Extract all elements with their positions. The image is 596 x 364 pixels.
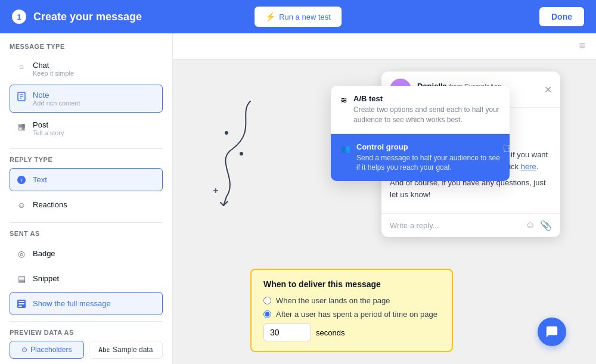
delivery-option-lands: When the user lands on the page (263, 296, 440, 305)
svg-text:T: T (20, 178, 23, 183)
cursor-hand: ☞ (502, 140, 510, 157)
sample-data-button[interactable]: Abc Sample data (89, 341, 163, 359)
note-sublabel: Add rich content (33, 99, 80, 107)
text-reply-icon: T (16, 175, 27, 185)
svg-rect-8 (18, 303, 24, 304)
full-message-icon (16, 298, 27, 309)
control-group-desc: Send a message to half your audience to … (356, 153, 500, 173)
page-title: Create your message (33, 11, 142, 23)
delivery-seconds-row: seconds (263, 323, 440, 341)
chat-input-placeholder[interactable]: Write a reply... (390, 221, 439, 230)
content-area: ≡ D (173, 33, 596, 364)
step-badge: 1 (12, 10, 26, 24)
chat-icon: ○ (16, 61, 27, 72)
sent-as-label: Sent as (10, 230, 163, 237)
squiggle-decoration (203, 95, 274, 214)
canvas-area: D Danielle from ExampleApp Active ✕ Hi t… (173, 60, 596, 364)
snippet-icon: ▤ (16, 273, 27, 284)
attachment-icon[interactable]: 📎 (540, 220, 552, 231)
lands-radio[interactable] (263, 297, 271, 304)
chat-footer: Write a reply... ☺ 📎 (381, 213, 560, 237)
msg-type-note[interactable]: Note Add rich content (10, 85, 163, 113)
chat-bubble-button[interactable] (538, 318, 566, 346)
run-test-button[interactable]: ⚡ Run a new test (254, 7, 342, 27)
badge-icon: ◎ (16, 248, 27, 259)
msg-type-chat[interactable]: ○ Chat Keep it simple (10, 55, 163, 83)
svg-point-11 (240, 152, 243, 155)
header-left: 1 Create your message (12, 10, 142, 24)
control-group-title: Control group (356, 142, 500, 151)
ab-test-title: A/B test (353, 94, 500, 103)
sample-icon: Abc (98, 347, 110, 353)
full-message-label: Show the full message (33, 299, 111, 308)
sent-as-badge[interactable]: ◎ Badge (10, 242, 163, 265)
reactions-icon: ☺ (16, 200, 27, 210)
seconds-label: seconds (316, 328, 344, 337)
note-icon (16, 91, 27, 102)
svg-point-10 (225, 131, 228, 135)
header: 1 Create your message ⚡ Run a new test D… (0, 0, 596, 33)
msg-type-post[interactable]: ▦ Post Tell a story (10, 114, 163, 142)
dropdown-popup: ≋ A/B test Create two options and send e… (331, 86, 510, 181)
here-link[interactable]: here (521, 162, 536, 171)
done-button[interactable]: Done (539, 7, 584, 26)
control-group-option[interactable]: 👥 Control group Send a message to half y… (331, 134, 510, 182)
seconds-input[interactable] (263, 323, 311, 341)
ab-test-icon: ≋ (340, 95, 347, 105)
control-group-icon: 👥 (340, 144, 350, 153)
main-layout: Message type ○ Chat Keep it simple Note … (0, 33, 596, 364)
sidebar: Message type ○ Chat Keep it simple Note … (0, 33, 173, 364)
post-sublabel: Tell a story (33, 129, 64, 136)
reply-reactions[interactable]: ☺ Reactions (10, 193, 163, 216)
svg-rect-7 (18, 301, 24, 302)
close-icon[interactable]: ✕ (544, 84, 552, 95)
spent-radio[interactable] (263, 310, 271, 318)
sent-as-full[interactable]: Show the full message (10, 292, 163, 315)
reactions-label: Reactions (33, 200, 67, 209)
svg-rect-9 (18, 306, 22, 307)
post-icon: ▦ (16, 121, 27, 132)
reply-text[interactable]: T Text (10, 168, 163, 191)
placeholders-icon: ⊙ (21, 346, 27, 354)
message-type-label: Message type (10, 43, 163, 50)
lands-label: When the user lands on the page (276, 296, 390, 305)
delivery-panel: When to deliver this message When the us… (250, 269, 453, 352)
reply-type-label: Reply type (10, 156, 163, 163)
chat-footer-icons: ☺ 📎 (526, 220, 552, 231)
more-options-icon[interactable]: ≡ (579, 40, 586, 52)
run-icon: ⚡ (265, 12, 275, 21)
emoji-icon[interactable]: ☺ (526, 220, 535, 231)
badge-label: Badge (33, 249, 55, 258)
preview-label: Preview data as (10, 329, 163, 336)
chat-label: Chat (33, 61, 74, 70)
spent-label: After a user has spent a period of time … (276, 310, 437, 319)
ab-test-desc: Create two options and send each to half… (353, 105, 500, 125)
run-test-label: Run a new test (279, 13, 331, 21)
preview-row: ⊙ Placeholders Abc Sample data (10, 341, 163, 359)
chat-sublabel: Keep it simple (33, 70, 74, 77)
snippet-label: Snippet (33, 274, 59, 283)
content-toolbar: ≡ (173, 33, 596, 60)
delivery-title: When to deliver this message (263, 279, 440, 289)
note-label: Note (33, 91, 80, 99)
sent-as-snippet[interactable]: ▤ Snippet (10, 267, 163, 290)
url-input[interactable] (182, 42, 574, 51)
placeholders-button[interactable]: ⊙ Placeholders (10, 341, 84, 359)
placeholders-label: Placeholders (30, 346, 72, 354)
ab-test-option[interactable]: ≋ A/B test Create two options and send e… (331, 86, 510, 133)
text-reply-label: Text (33, 175, 47, 184)
post-label: Post (33, 120, 64, 129)
delivery-option-spent: After a user has spent a period of time … (263, 310, 440, 319)
sample-label: Sample data (113, 346, 153, 354)
